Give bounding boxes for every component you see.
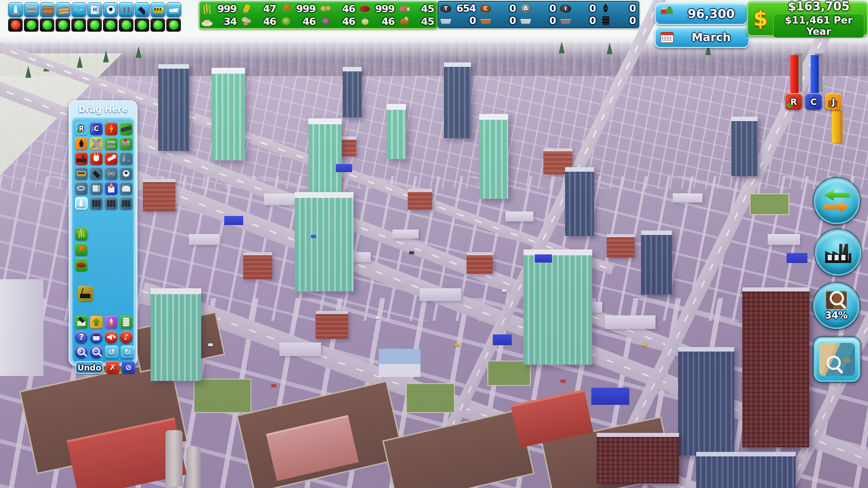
soccer-ball-button[interactable] (103, 2, 118, 17)
muted tile-soccer[interactable] (120, 167, 132, 180)
tile-fire-bldg[interactable] (105, 182, 118, 195)
tile-upgrade[interactable] (90, 316, 103, 328)
tile-res-r[interactable]: R (75, 122, 88, 135)
pipes-button[interactable] (24, 2, 39, 17)
bricks-button[interactable] (40, 2, 55, 17)
oil-drop-icon (600, 3, 612, 14)
school-bus-button[interactable] (151, 2, 165, 17)
palette-drag-handle[interactable]: Drag Here (70, 101, 137, 117)
resource-value: 0 (612, 3, 637, 14)
ore-aluminum-icon: A (520, 3, 532, 14)
graduation-cap-button[interactable] (135, 2, 150, 17)
hospital-button[interactable]: H (87, 2, 102, 17)
muted tile-arch-bldg[interactable] (120, 182, 132, 195)
ingot-icon (440, 15, 452, 27)
lettuce-icon (280, 15, 292, 27)
resource-value: 45 (410, 3, 435, 14)
muted tile-bldg-dark[interactable] (120, 197, 132, 210)
muted tile-crane[interactable] (120, 152, 132, 165)
tile-pipes[interactable] (105, 137, 118, 150)
ore-icon: T (440, 3, 452, 14)
build-palette[interactable]: Drag Here RC ?♪+−↺↻ Undo ✗ ⊘ (69, 100, 137, 366)
resource-value: 654 (452, 3, 477, 14)
lumber-button[interactable] (56, 2, 71, 17)
tile-water-drain[interactable] (75, 137, 88, 150)
dumbbell-icon (121, 4, 132, 16)
population-badge: 96,300 (655, 2, 748, 25)
residential-demand-bar (790, 55, 798, 94)
jet-plane-icon (73, 4, 85, 16)
btn-help-glyph: ? (75, 331, 88, 343)
density-button[interactable]: 34% (813, 283, 859, 329)
status-light-slot (103, 19, 118, 32)
dumbbell-button[interactable] (119, 2, 134, 17)
tile-calculator[interactable] (120, 316, 132, 328)
tile-carrot-farm[interactable] (75, 243, 88, 256)
tile-water-pump[interactable] (120, 137, 132, 150)
tile-power-bolt[interactable] (105, 122, 118, 135)
tile-antenna[interactable] (78, 286, 93, 301)
muted tile-bldg-dark[interactable] (90, 197, 103, 210)
onions-icon (320, 3, 331, 14)
resource-value: 46 (252, 16, 277, 27)
cancel-tool-button[interactable]: ⊘ (122, 361, 135, 374)
tile-meat-farm[interactable] (75, 258, 88, 271)
population-icon (660, 8, 675, 19)
muted tile-bldg-dark[interactable] (105, 197, 118, 210)
muted tile-grad-cap[interactable] (90, 167, 103, 180)
muted tile-hospital-b[interactable] (90, 182, 103, 195)
resource-cell: 45 (399, 15, 435, 27)
resource-cell: 0 (440, 15, 477, 27)
residential-demand-tile[interactable]: R (785, 93, 802, 110)
tile-wheat-farm[interactable] (75, 228, 88, 240)
palette-farm-tiles (72, 228, 134, 274)
tile-power-plug[interactable] (90, 152, 103, 165)
jobs-demand-tile[interactable]: J (825, 93, 842, 110)
power-transformer-button[interactable] (8, 2, 23, 17)
btn-mute[interactable] (105, 331, 118, 343)
tile-com-c[interactable]: C (90, 122, 103, 135)
export-arrow-icon (824, 202, 850, 212)
resource-value: 999 (371, 3, 396, 14)
tile-school[interactable] (75, 316, 88, 328)
resource-value: 0 (491, 3, 517, 14)
tile-flame[interactable] (105, 316, 118, 328)
ferry-button[interactable] (166, 2, 181, 17)
btn-music[interactable]: ♪ (120, 331, 132, 343)
status-light-green (153, 20, 163, 30)
tile-road[interactable] (120, 122, 132, 135)
resource-cell: C0 (480, 3, 517, 14)
muted tile-stadium[interactable] (75, 182, 88, 195)
jet-plane-button[interactable] (71, 2, 86, 17)
map-overview-button[interactable] (814, 337, 860, 382)
resource-cell: 34 (201, 15, 238, 27)
muted tile-dumbbell[interactable] (105, 167, 118, 180)
commercial-demand-tile[interactable]: C (805, 93, 822, 110)
btn-save[interactable] (90, 331, 103, 343)
resource-column: 00 (599, 2, 638, 27)
resource-cell: 999 (280, 3, 317, 14)
btn-redo-step[interactable]: ↻ (121, 346, 134, 358)
garlic-icon (359, 15, 371, 27)
btn-undo-step[interactable]: ↺ (105, 346, 118, 358)
resource-cell: 0 (600, 15, 637, 27)
resource-value: 999 (292, 3, 317, 14)
industry-resources-panel: T6540C00A00I0000 (438, 1, 639, 28)
btn-zoom-out[interactable]: − (90, 346, 103, 358)
industry-button[interactable] (815, 230, 861, 276)
btn-zoom-in[interactable]: + (75, 346, 88, 358)
muted tile-bus-m[interactable] (75, 167, 88, 180)
trade-button[interactable] (814, 178, 860, 224)
btn-help[interactable]: ? (75, 331, 88, 343)
resource-cell: 45 (399, 3, 435, 14)
close-button[interactable]: ✗ (106, 361, 119, 374)
resource-value: 45 (410, 16, 435, 27)
tile-pylon[interactable] (75, 197, 88, 210)
density-value: 34% (825, 310, 848, 321)
tile-phone[interactable] (105, 152, 118, 165)
tile-factory[interactable] (75, 152, 88, 165)
tile-roads-cross[interactable] (90, 137, 103, 150)
date-badge[interactable]: March (655, 26, 750, 48)
undo-button[interactable]: Undo (75, 361, 104, 374)
ingot-copper-icon (480, 15, 491, 27)
